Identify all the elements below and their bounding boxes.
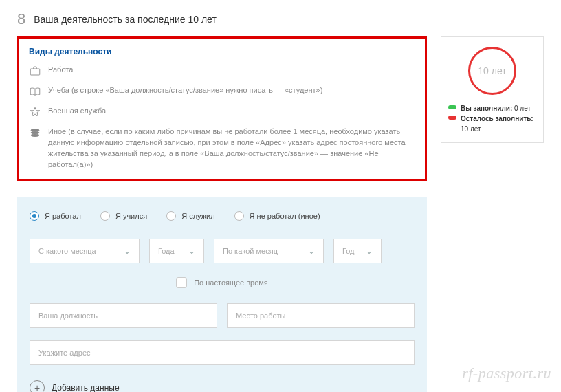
present-checkbox[interactable]: [176, 277, 187, 288]
progress-ring: 10 лет: [468, 47, 516, 95]
placeholder: Укажите адрес: [38, 349, 91, 357]
radio-label: Я работал: [45, 212, 81, 220]
placeholder: Года: [158, 247, 175, 255]
to-month-select[interactable]: По какой месяц ⌄: [214, 239, 324, 263]
progress-card: 10 лет Вы заполнили: 0 лет Осталось запо…: [441, 36, 544, 143]
type-work: Работа: [29, 65, 415, 77]
svg-point-3: [31, 129, 39, 131]
position-input[interactable]: Ваша должность: [30, 303, 217, 328]
watermark: rf-passport.ru: [462, 364, 551, 382]
radio-worked[interactable]: Я работал: [30, 211, 81, 221]
legend-value: 0 лет: [514, 105, 531, 112]
types-title: Виды деятельности: [29, 47, 415, 56]
briefcase-icon: [29, 65, 41, 77]
legend-value: 10 лет: [461, 125, 481, 133]
radio-dot-icon: [234, 211, 244, 221]
page-title: Ваша деятельность за последние 10 лет: [34, 14, 217, 25]
chevron-down-icon: ⌄: [124, 246, 131, 256]
radio-studied[interactable]: Я учился: [100, 211, 147, 221]
radio-label: Я служил: [182, 212, 214, 220]
placeholder: С какого месяца: [38, 247, 96, 255]
form-panel: Я работал Я учился Я служил Я не работал…: [17, 197, 427, 392]
type-label: Иное (в случае, если по каким либо причи…: [48, 127, 415, 171]
legend-remaining: Осталось заполнить: 10 лет: [448, 113, 536, 134]
to-year-select[interactable]: Год ⌄: [333, 239, 382, 263]
add-label: Добавить данные: [52, 383, 120, 392]
svg-marker-2: [30, 107, 40, 116]
from-month-select[interactable]: С какого месяца ⌄: [30, 239, 140, 263]
plus-icon: +: [30, 380, 45, 392]
radio-group: Я работал Я учился Я служил Я не работал…: [30, 211, 415, 221]
radio-label: Я учился: [116, 212, 147, 220]
step-number: 8: [17, 10, 25, 28]
chevron-down-icon: ⌄: [366, 246, 373, 256]
workplace-input[interactable]: Место работы: [227, 303, 415, 328]
address-input[interactable]: Укажите адрес: [30, 340, 415, 365]
pill-red-icon: [448, 116, 456, 120]
chevron-down-icon: ⌄: [308, 246, 315, 256]
type-military: Военная служба: [29, 106, 415, 118]
placeholder: Ваша должность: [38, 312, 98, 320]
pill-green-icon: [448, 105, 456, 109]
ring-label: 10 лет: [478, 65, 506, 76]
radio-served[interactable]: Я служил: [166, 211, 214, 221]
radio-label: Я не работал (иное): [250, 212, 320, 220]
type-label: Учеба (в строке «Ваша должность/статус/з…: [48, 85, 322, 96]
placeholder: По какой месяц: [223, 247, 278, 255]
activity-types-box: Виды деятельности Работа Учеба (в строке…: [17, 36, 427, 181]
present-label: По настоящее время: [194, 279, 268, 287]
placeholder: Год: [342, 247, 355, 255]
type-label: Военная служба: [48, 106, 106, 117]
radio-dot-icon: [166, 211, 176, 221]
legend-filled: Вы заполнили: 0 лет: [448, 103, 536, 113]
type-study: Учеба (в строке «Ваша должность/статус/з…: [29, 85, 415, 98]
radio-dot-icon: [30, 211, 39, 221]
add-data-button[interactable]: + Добавить данные: [30, 380, 415, 392]
type-other: Иное (в случае, если по каким либо причи…: [29, 127, 415, 171]
legend-label: Вы заполнили:: [461, 105, 512, 112]
radio-none[interactable]: Я не работал (иное): [234, 211, 320, 221]
svg-point-5: [31, 134, 39, 136]
stack-icon: [29, 127, 41, 139]
from-year-select[interactable]: Года ⌄: [149, 239, 204, 263]
svg-rect-0: [30, 69, 40, 75]
svg-point-4: [31, 131, 39, 133]
book-icon: [29, 85, 41, 98]
star-icon: [29, 106, 41, 118]
type-label: Работа: [48, 65, 73, 76]
legend-label: Осталось заполнить:: [461, 115, 534, 122]
placeholder: Место работы: [236, 312, 285, 320]
chevron-down-icon: ⌄: [188, 246, 195, 256]
radio-dot-icon: [100, 211, 110, 221]
